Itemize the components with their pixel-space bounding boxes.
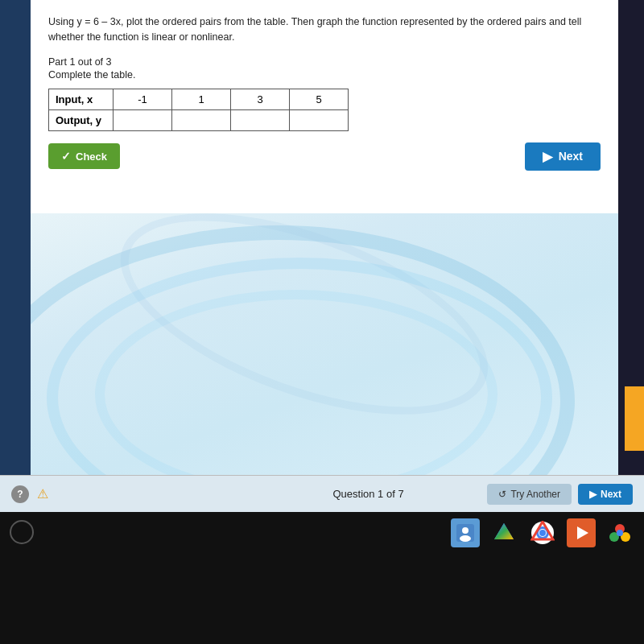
y-input-2[interactable]: [172, 109, 231, 130]
try-another-icon: ↺: [498, 489, 506, 500]
next-bottom-label: Next: [601, 489, 621, 500]
taskbar-circle[interactable]: [10, 520, 34, 544]
y-value-field-4[interactable]: [301, 114, 336, 126]
bottom-left-section: ? ⚠: [11, 485, 250, 503]
checkmark-icon: ✓: [61, 150, 71, 163]
next-button-main-label: Next: [559, 150, 583, 163]
y-input-4[interactable]: [290, 109, 349, 130]
taskbar-icons-group: [451, 518, 634, 547]
try-another-label: Try Another: [510, 489, 560, 500]
try-another-button[interactable]: ↺ Try Another: [487, 484, 572, 505]
output-label: Output, y: [49, 109, 114, 130]
next-button-main[interactable]: ▶ Next: [525, 142, 601, 171]
bottom-right-section: ↺ Try Another ▶ Next: [487, 484, 633, 505]
taskbar-photos-icon[interactable]: [605, 518, 634, 547]
y-input-3[interactable]: [231, 109, 290, 130]
left-panel: [0, 0, 31, 547]
svg-point-1: [462, 527, 469, 534]
x-value-3: 3: [231, 89, 290, 109]
swirl-background: [31, 209, 618, 475]
content-box: Using y = 6 – 3x, plot the ordered pairs…: [31, 0, 618, 213]
part-label: Part 1 out of 3: [48, 56, 601, 68]
next-button-bottom[interactable]: ▶ Next: [578, 484, 633, 505]
taskbar-drive-icon[interactable]: [489, 518, 518, 547]
swirl-ring-2: [95, 209, 513, 456]
taskbar-play-icon[interactable]: [567, 518, 596, 547]
taskbar: [0, 512, 644, 644]
question-counter: Question 1 of 7: [250, 488, 488, 500]
taskbar-chrome-icon[interactable]: [528, 518, 557, 547]
svg-marker-5: [494, 523, 514, 539]
y-value-field-2[interactable]: [184, 114, 219, 126]
x-value-4: 5: [290, 89, 349, 109]
next-bottom-arrow-icon: ▶: [589, 489, 597, 500]
y-input-1[interactable]: [114, 109, 172, 130]
input-label: Input, x: [49, 89, 114, 109]
action-buttons-row: ✓ Check ▶ Next: [48, 142, 601, 171]
x-value-2: 1: [172, 89, 231, 109]
x-value-1: -1: [114, 89, 172, 109]
next-arrow-icon: ▶: [543, 149, 552, 164]
bottom-navigation-bar: ? ⚠ Question 1 of 7 ↺ Try Another ▶ Next: [0, 475, 644, 512]
y-value-field-1[interactable]: [125, 114, 160, 126]
check-button-label: Check: [76, 151, 107, 163]
problem-description: Using y = 6 – 3x, plot the ordered pairs…: [48, 14, 601, 45]
warning-icon: ⚠: [37, 486, 48, 502]
help-button[interactable]: ?: [11, 485, 29, 503]
svg-point-9: [539, 530, 546, 536]
svg-point-2: [460, 535, 471, 542]
right-accent-bar: [625, 386, 644, 451]
check-button[interactable]: ✓ Check: [48, 143, 120, 169]
taskbar-user-icon[interactable]: [451, 518, 480, 547]
y-value-field-3[interactable]: [242, 114, 278, 126]
input-output-table: Input, x -1 1 3 5 Output, y: [48, 89, 349, 131]
swirl-ring-1: [95, 290, 497, 475]
svg-point-15: [617, 530, 623, 536]
part-instruction: Complete the table.: [48, 69, 601, 80]
